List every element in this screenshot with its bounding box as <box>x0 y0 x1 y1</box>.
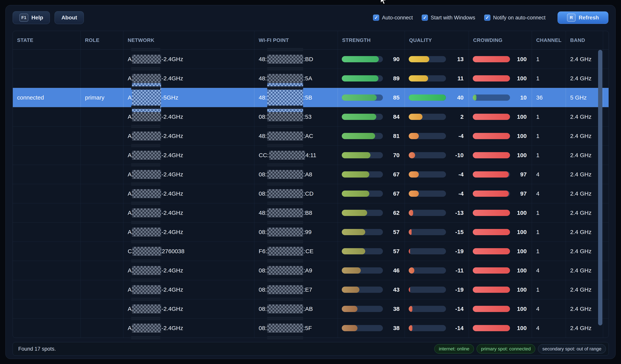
table-row[interactable]: A-2.4GHz08::AB 38 -14 100 42.4 GHz <box>13 299 609 318</box>
bar-fill <box>409 133 419 139</box>
table-row[interactable]: A-2.4GHz08::A9 46 -11 100 42.4 GHz <box>13 261 609 280</box>
cell-crowd: 97 <box>469 165 532 184</box>
column-header-gutter <box>603 31 609 50</box>
screen: F1 Help About ✓ Auto-connect ✓ Start wit… <box>0 0 621 364</box>
table-row[interactable]: A-2.4GHz08::5F 38 -14 100 42.4 GHz <box>13 318 609 338</box>
help-button[interactable]: F1 Help <box>13 11 50 24</box>
cell-qual: -13 <box>405 203 469 222</box>
bar-value: 67 <box>383 171 405 178</box>
table-row[interactable]: A-2.4GHzCC:4:11 70 -10 100 12.4 GHz <box>13 145 609 165</box>
table-row[interactable]: A-2.4GHz08::A8 67 -4 97 42.4 GHz <box>13 165 609 184</box>
status-badges: internet: online primary spot: connected… <box>434 344 609 353</box>
checkbox-box[interactable]: ✓ <box>373 15 379 21</box>
bar-track <box>342 325 383 331</box>
cell-qual: -4 <box>405 165 469 184</box>
cell-network: A-2.4GHz <box>123 126 254 145</box>
cell-network: A-2.4GHz <box>123 165 254 184</box>
cell-crowd: 100 <box>469 261 532 280</box>
redacted-text <box>132 304 161 313</box>
column-header-network[interactable]: NETWORK <box>123 31 254 50</box>
cell-band: 2.4 GHz <box>566 107 603 126</box>
column-header-state[interactable]: STATE <box>13 31 81 50</box>
column-header-crowding[interactable]: CROWDING <box>469 31 532 50</box>
text-suffix: -2.4GHz <box>161 152 183 158</box>
text-prefix: A <box>128 267 132 274</box>
bar-fill <box>342 152 370 158</box>
text-suffix: :CE <box>304 248 313 255</box>
cell-qual: 40 <box>405 88 469 107</box>
cell-crowd: 100 <box>469 299 532 318</box>
table-row[interactable]: A-2.4GHz48::B8 62 -13 100 12.4 GHz <box>13 203 609 222</box>
table-row[interactable]: A-2.4GHz08::E7 43 -19 100 12.4 GHz <box>13 280 609 299</box>
bar-value: 90 <box>383 56 405 63</box>
cell-wifi-point: CC:4:11 <box>254 146 338 165</box>
checkbox-box[interactable]: ✓ <box>484 15 490 21</box>
cell-channel: 36 <box>532 88 566 107</box>
cell-gutter <box>603 299 609 318</box>
text-suffix: :B8 <box>304 209 312 216</box>
table-row[interactable]: A-2.4GHz48::BD 90 13 100 12.4 GHz <box>13 50 609 69</box>
column-header-channel[interactable]: CHANNEL <box>532 31 566 50</box>
bar-value: 100 <box>510 325 532 331</box>
cell-gutter <box>603 146 609 165</box>
bar-track <box>342 94 383 101</box>
text-suffix: :AB <box>304 306 313 312</box>
table-row-connected[interactable]: connectedprimaryA-5GHz48::5B 85 40 10 36… <box>13 88 609 107</box>
bar-fill <box>342 248 365 254</box>
bar-value: 2 <box>446 114 469 120</box>
column-header-role[interactable]: ROLE <box>81 31 123 50</box>
cell-str: 38 <box>338 299 405 318</box>
table-row[interactable]: A-2.4GHz08::99 57 -15 100 12.4 GHz <box>13 222 609 242</box>
text-prefix: A <box>128 56 132 63</box>
bar-fill <box>473 306 510 312</box>
text-prefix: 08: <box>259 325 267 331</box>
about-button[interactable]: About <box>54 11 84 24</box>
cell-channel: 1 <box>532 126 566 145</box>
text-suffix: :BD <box>304 56 313 63</box>
table-row[interactable]: A-2.4GHz08::CD 67 -4 97 42.4 GHz <box>13 184 609 203</box>
cell-crowd: 97 <box>469 184 532 203</box>
bar-value: 62 <box>383 209 405 216</box>
cell-network: A-2.4GHz <box>123 280 254 299</box>
bar-value: 43 <box>383 286 405 293</box>
table-row[interactable]: A-2.4GHz48::5A 89 11 100 12.4 GHz <box>13 69 609 88</box>
bar-fill <box>409 171 419 177</box>
bar-value: 100 <box>510 114 532 120</box>
cell-role <box>81 299 123 318</box>
bar-value: 100 <box>510 248 532 255</box>
bar-value: -13 <box>446 209 469 216</box>
cell-str: 67 <box>338 184 405 203</box>
checkbox-auto-connect[interactable]: ✓ Auto-connect <box>373 15 413 21</box>
bar-track <box>473 171 510 177</box>
cell-state <box>13 299 81 318</box>
cell-qual: -4 <box>405 184 469 203</box>
table-row[interactable]: A-2.4GHz08::53 84 2 100 12.4 GHz <box>13 107 609 126</box>
checkbox-notify-on-auto-connect[interactable]: ✓ Notify on auto-connect <box>484 15 546 21</box>
app-window: F1 Help About ✓ Auto-connect ✓ Start wit… <box>5 5 616 359</box>
bar-fill <box>409 287 410 293</box>
refresh-button[interactable]: R Refresh <box>557 11 608 24</box>
cell-crowd: 100 <box>469 223 532 242</box>
cell-str: 62 <box>338 203 405 222</box>
cell-crowd: 100 <box>469 107 532 126</box>
text-prefix: 48: <box>259 133 267 139</box>
scrollbar-thumb[interactable] <box>598 50 602 325</box>
bar-value: 40 <box>446 94 469 101</box>
column-header-wifi-point[interactable]: WI-FI POINT <box>254 31 338 50</box>
bar-track <box>473 248 510 254</box>
bar-fill <box>473 75 510 82</box>
table-row[interactable]: C2760038F6::CE 57 -19 100 12.4 GHz <box>13 242 609 261</box>
cell-role <box>81 203 123 222</box>
column-header-strength[interactable]: STRENGTH <box>338 31 405 50</box>
checkbox-box[interactable]: ✓ <box>422 15 428 21</box>
checkbox-label: Auto-connect <box>382 15 413 21</box>
cell-qual: -19 <box>405 242 469 261</box>
text-prefix: A <box>128 94 132 101</box>
checkbox-label: Start with Windows <box>431 15 475 21</box>
bar-value: -4 <box>446 190 469 197</box>
column-header-band[interactable]: BAND <box>566 31 603 50</box>
checkbox-start-with-windows[interactable]: ✓ Start with Windows <box>422 15 475 21</box>
column-header-quality[interactable]: QUALITY <box>405 31 469 50</box>
table-row[interactable]: A-2.4GHz48::AC 81 -4 100 12.4 GHz <box>13 126 609 145</box>
bar-fill <box>342 306 358 312</box>
